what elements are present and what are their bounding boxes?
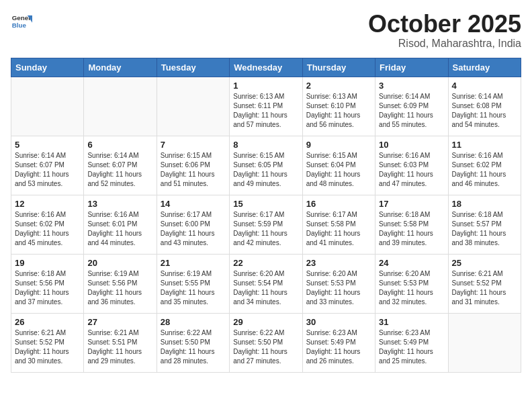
day-info: Sunrise: 6:14 AM Sunset: 6:09 PM Dayligh… — [379, 92, 444, 130]
day-info: Sunrise: 6:18 AM Sunset: 5:57 PM Dayligh… — [452, 210, 517, 248]
day-cell-17: 17Sunrise: 6:18 AM Sunset: 5:58 PM Dayli… — [375, 195, 448, 254]
day-info: Sunrise: 6:17 AM Sunset: 5:59 PM Dayligh… — [233, 210, 298, 248]
day-number: 26 — [15, 317, 80, 327]
weekday-tuesday: Tuesday — [157, 58, 229, 77]
day-number: 24 — [379, 258, 444, 268]
day-number: 14 — [161, 199, 226, 209]
day-cell-21: 21Sunrise: 6:19 AM Sunset: 5:55 PM Dayli… — [157, 254, 229, 313]
day-number: 25 — [452, 258, 517, 268]
day-cell-1: 1Sunrise: 6:13 AM Sunset: 6:11 PM Daylig… — [230, 77, 302, 136]
logo-icon: General Blue — [11, 11, 32, 32]
svg-text:Blue: Blue — [12, 21, 27, 29]
month-title: October 2025 — [368, 11, 521, 38]
day-info: Sunrise: 6:14 AM Sunset: 6:07 PM Dayligh… — [15, 151, 80, 189]
day-number: 10 — [379, 140, 444, 150]
day-number: 8 — [233, 140, 298, 150]
day-number: 15 — [233, 199, 298, 209]
day-info: Sunrise: 6:14 AM Sunset: 6:07 PM Dayligh… — [87, 151, 152, 189]
day-info: Sunrise: 6:15 AM Sunset: 6:06 PM Dayligh… — [161, 151, 226, 189]
day-info: Sunrise: 6:20 AM Sunset: 5:53 PM Dayligh… — [306, 269, 371, 307]
day-number: 16 — [306, 199, 371, 209]
subtitle: Risod, Maharashtra, India — [368, 38, 521, 50]
day-info: Sunrise: 6:20 AM Sunset: 5:53 PM Dayligh… — [379, 269, 444, 307]
day-cell-6: 6Sunrise: 6:14 AM Sunset: 6:07 PM Daylig… — [84, 136, 157, 195]
day-cell-27: 27Sunrise: 6:21 AM Sunset: 5:51 PM Dayli… — [84, 313, 157, 372]
day-info: Sunrise: 6:17 AM Sunset: 5:58 PM Dayligh… — [306, 210, 371, 248]
day-info: Sunrise: 6:22 AM Sunset: 5:50 PM Dayligh… — [161, 328, 226, 366]
day-info: Sunrise: 6:14 AM Sunset: 6:08 PM Dayligh… — [452, 92, 517, 130]
day-number: 30 — [306, 317, 371, 327]
day-cell-19: 19Sunrise: 6:18 AM Sunset: 5:56 PM Dayli… — [11, 254, 84, 313]
weekday-sunday: Sunday — [11, 58, 84, 77]
day-cell-31: 31Sunrise: 6:23 AM Sunset: 5:49 PM Dayli… — [375, 313, 448, 372]
day-info: Sunrise: 6:16 AM Sunset: 6:02 PM Dayligh… — [15, 210, 80, 248]
day-cell-5: 5Sunrise: 6:14 AM Sunset: 6:07 PM Daylig… — [11, 136, 84, 195]
day-cell-7: 7Sunrise: 6:15 AM Sunset: 6:06 PM Daylig… — [157, 136, 229, 195]
day-info: Sunrise: 6:23 AM Sunset: 5:49 PM Dayligh… — [306, 328, 371, 366]
day-info: Sunrise: 6:21 AM Sunset: 5:52 PM Dayligh… — [15, 328, 80, 366]
day-cell-4: 4Sunrise: 6:14 AM Sunset: 6:08 PM Daylig… — [448, 77, 521, 136]
day-cell-9: 9Sunrise: 6:15 AM Sunset: 6:04 PM Daylig… — [302, 136, 375, 195]
day-info: Sunrise: 6:19 AM Sunset: 5:56 PM Dayligh… — [87, 269, 152, 307]
empty-cell — [84, 77, 157, 136]
day-info: Sunrise: 6:16 AM Sunset: 6:02 PM Dayligh… — [452, 151, 517, 189]
day-info: Sunrise: 6:21 AM Sunset: 5:51 PM Dayligh… — [87, 328, 152, 366]
day-number: 1 — [233, 81, 298, 91]
day-cell-14: 14Sunrise: 6:17 AM Sunset: 6:00 PM Dayli… — [157, 195, 229, 254]
day-cell-3: 3Sunrise: 6:14 AM Sunset: 6:09 PM Daylig… — [375, 77, 448, 136]
weekday-saturday: Saturday — [448, 58, 521, 77]
day-info: Sunrise: 6:23 AM Sunset: 5:49 PM Dayligh… — [379, 328, 444, 366]
day-number: 6 — [87, 140, 152, 150]
weekday-friday: Friday — [375, 58, 448, 77]
logo: General Blue — [11, 11, 32, 32]
day-info: Sunrise: 6:19 AM Sunset: 5:55 PM Dayligh… — [161, 269, 226, 307]
week-row-3: 19Sunrise: 6:18 AM Sunset: 5:56 PM Dayli… — [11, 254, 521, 313]
day-cell-20: 20Sunrise: 6:19 AM Sunset: 5:56 PM Dayli… — [84, 254, 157, 313]
header: General Blue October 2025 Risod, Maharas… — [11, 11, 521, 50]
day-info: Sunrise: 6:13 AM Sunset: 6:10 PM Dayligh… — [306, 92, 371, 130]
day-number: 2 — [306, 81, 371, 91]
day-cell-23: 23Sunrise: 6:20 AM Sunset: 5:53 PM Dayli… — [302, 254, 375, 313]
title-area: October 2025 Risod, Maharashtra, India — [368, 11, 521, 50]
day-number: 7 — [161, 140, 226, 150]
day-number: 9 — [306, 140, 371, 150]
week-row-2: 12Sunrise: 6:16 AM Sunset: 6:02 PM Dayli… — [11, 195, 521, 254]
day-info: Sunrise: 6:22 AM Sunset: 5:50 PM Dayligh… — [233, 328, 298, 366]
weekday-monday: Monday — [84, 58, 157, 77]
day-info: Sunrise: 6:16 AM Sunset: 6:03 PM Dayligh… — [379, 151, 444, 189]
day-info: Sunrise: 6:21 AM Sunset: 5:52 PM Dayligh… — [452, 269, 517, 307]
day-cell-29: 29Sunrise: 6:22 AM Sunset: 5:50 PM Dayli… — [230, 313, 302, 372]
day-cell-22: 22Sunrise: 6:20 AM Sunset: 5:54 PM Dayli… — [230, 254, 302, 313]
day-info: Sunrise: 6:15 AM Sunset: 6:04 PM Dayligh… — [306, 151, 371, 189]
day-number: 18 — [452, 199, 517, 209]
day-number: 27 — [87, 317, 152, 327]
empty-cell — [448, 313, 521, 372]
day-cell-24: 24Sunrise: 6:20 AM Sunset: 5:53 PM Dayli… — [375, 254, 448, 313]
day-number: 19 — [15, 258, 80, 268]
day-number: 11 — [452, 140, 517, 150]
day-cell-11: 11Sunrise: 6:16 AM Sunset: 6:02 PM Dayli… — [448, 136, 521, 195]
weekday-wednesday: Wednesday — [230, 58, 302, 77]
weekday-header-row: SundayMondayTuesdayWednesdayThursdayFrid… — [11, 58, 521, 77]
day-cell-10: 10Sunrise: 6:16 AM Sunset: 6:03 PM Dayli… — [375, 136, 448, 195]
day-info: Sunrise: 6:18 AM Sunset: 5:58 PM Dayligh… — [379, 210, 444, 248]
day-cell-30: 30Sunrise: 6:23 AM Sunset: 5:49 PM Dayli… — [302, 313, 375, 372]
day-cell-25: 25Sunrise: 6:21 AM Sunset: 5:52 PM Dayli… — [448, 254, 521, 313]
day-number: 20 — [87, 258, 152, 268]
day-number: 13 — [87, 199, 152, 209]
day-number: 5 — [15, 140, 80, 150]
day-number: 22 — [233, 258, 298, 268]
day-cell-26: 26Sunrise: 6:21 AM Sunset: 5:52 PM Dayli… — [11, 313, 84, 372]
day-number: 17 — [379, 199, 444, 209]
day-cell-13: 13Sunrise: 6:16 AM Sunset: 6:01 PM Dayli… — [84, 195, 157, 254]
day-number: 21 — [161, 258, 226, 268]
calendar: SundayMondayTuesdayWednesdayThursdayFrid… — [11, 58, 521, 373]
day-number: 23 — [306, 258, 371, 268]
day-number: 29 — [233, 317, 298, 327]
day-cell-28: 28Sunrise: 6:22 AM Sunset: 5:50 PM Dayli… — [157, 313, 229, 372]
day-number: 3 — [379, 81, 444, 91]
day-number: 28 — [161, 317, 226, 327]
week-row-1: 5Sunrise: 6:14 AM Sunset: 6:07 PM Daylig… — [11, 136, 521, 195]
day-info: Sunrise: 6:13 AM Sunset: 6:11 PM Dayligh… — [233, 92, 298, 130]
empty-cell — [157, 77, 229, 136]
